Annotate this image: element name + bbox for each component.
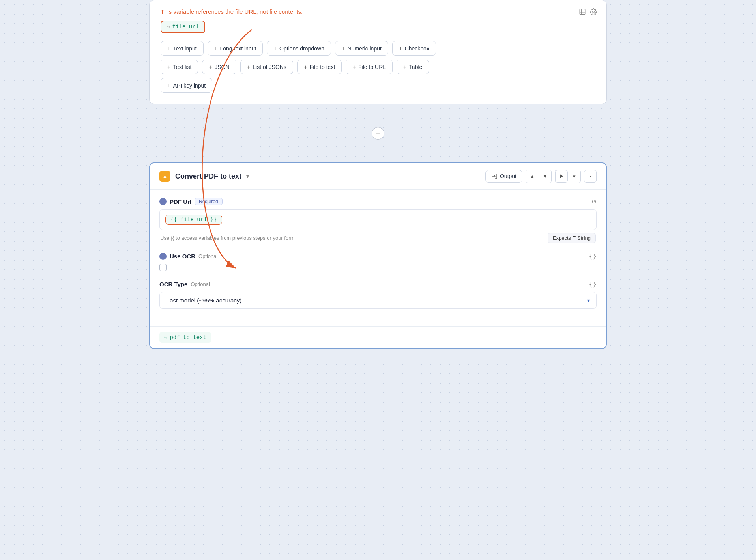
- use-ocr-field: i Use OCR Optional {}: [159, 252, 597, 271]
- ocr-type-value: Fast model (~95% accuracy): [166, 297, 241, 304]
- file-to-text-btn[interactable]: + File to text: [297, 60, 342, 74]
- plus-icon: +: [403, 63, 407, 70]
- use-ocr-label-left: i Use OCR Optional: [159, 253, 217, 260]
- text-input-btn[interactable]: + Text input: [161, 41, 204, 56]
- play-icon: [559, 174, 564, 179]
- bottom-card-body: i PDF Url Required ↺ {{ file_url }} Use …: [150, 190, 606, 326]
- add-step-button[interactable]: +: [372, 127, 384, 140]
- pdf-url-label-row: i PDF Url Required ↺: [159, 198, 597, 205]
- options-dropdown-label: Options dropdown: [279, 45, 324, 52]
- pdf-icon: [159, 171, 170, 182]
- hint-text: Use {{ to access variables from previous…: [160, 235, 294, 241]
- table-btn[interactable]: + Table: [397, 60, 429, 74]
- json-btn[interactable]: + JSON: [202, 60, 236, 74]
- ocr-type-optional: Optional: [191, 281, 210, 287]
- connector-line-bottom: [378, 140, 378, 155]
- nav-button-group: ▲ ▼: [526, 170, 552, 183]
- relative-container: This variable references the file URL, n…: [149, 0, 607, 349]
- plus-icon: +: [273, 45, 277, 52]
- output-button[interactable]: Output: [485, 170, 522, 183]
- input-buttons-row-2: + Text list + JSON + List of JSONs + Fil…: [161, 60, 595, 74]
- plus-icon: +: [214, 45, 218, 52]
- expects-badge: Expects T String: [548, 233, 596, 243]
- more-options-button[interactable]: ⋮: [584, 170, 597, 183]
- pdf-url-field: i PDF Url Required ↺ {{ file_url }} Use …: [159, 198, 597, 243]
- plus-icon: +: [209, 63, 212, 70]
- numeric-input-label: Numeric input: [348, 45, 382, 52]
- plus-icon: +: [304, 63, 307, 70]
- file-to-url-label: File to URL: [358, 64, 386, 70]
- long-text-input-btn[interactable]: + Long text input: [208, 41, 263, 56]
- expects-label: Expects: [553, 235, 571, 241]
- plus-icon: +: [399, 45, 402, 52]
- dropdown-chevron-icon: ▾: [587, 297, 590, 304]
- pdf-url-input[interactable]: {{ file_url }}: [159, 209, 597, 230]
- connector-plus-icon: +: [376, 129, 380, 138]
- ocr-type-dropdown[interactable]: Fast model (~95% accuracy) ▾: [159, 292, 597, 309]
- list-of-jsons-label: List of JSONs: [253, 64, 286, 70]
- svg-rect-0: [580, 9, 585, 15]
- run-button-group: ▾: [555, 170, 581, 183]
- header-actions: Output ▲ ▼ ▾ ⋮: [485, 170, 597, 183]
- warning-text: This variable references the file URL, n…: [161, 8, 595, 15]
- plus-icon: +: [352, 63, 356, 70]
- pdf-url-label: PDF Url: [170, 198, 191, 205]
- input-buttons-row-3: + API key input: [161, 78, 595, 93]
- top-card: This variable references the file URL, n…: [149, 0, 607, 104]
- plus-icon: +: [167, 82, 171, 89]
- card-title: Convert PDF to text: [175, 172, 241, 181]
- run-button[interactable]: [555, 170, 568, 183]
- use-ocr-info-icon[interactable]: i: [159, 253, 167, 260]
- text-list-btn[interactable]: + Text list: [161, 60, 198, 74]
- ocr-type-curly-icon[interactable]: {}: [589, 280, 597, 288]
- move-up-button[interactable]: ▲: [526, 170, 539, 183]
- input-buttons-grid: + Text input + Long text input + Options…: [161, 41, 595, 93]
- footer-variable-tag: ↪ pdf_to_text: [159, 332, 211, 343]
- input-buttons-row-1: + Text input + Long text input + Options…: [161, 41, 595, 56]
- connector: +: [149, 104, 607, 162]
- ocr-type-label-row: OCR Type Optional {}: [159, 280, 597, 288]
- table-icon[interactable]: [579, 8, 586, 15]
- json-label: JSON: [215, 64, 229, 70]
- bottom-card-header: Convert PDF to text ▾ Output ▲ ▼: [150, 163, 606, 190]
- checkbox-btn[interactable]: + Checkbox: [392, 41, 436, 56]
- options-dropdown-btn[interactable]: + Options dropdown: [267, 41, 331, 56]
- text-list-label: Text list: [173, 64, 192, 70]
- reset-icon[interactable]: ↺: [591, 198, 597, 205]
- type-icon: T: [573, 235, 576, 241]
- footer-arrow-icon: ↪: [164, 334, 167, 341]
- curly-brace-icon[interactable]: {}: [589, 252, 597, 260]
- output-icon: [491, 173, 498, 179]
- output-label: Output: [500, 173, 516, 179]
- use-ocr-optional: Optional: [198, 253, 217, 259]
- plus-icon: +: [167, 45, 171, 52]
- type-label: String: [577, 235, 591, 241]
- page-wrapper: This variable references the file URL, n…: [0, 0, 756, 560]
- file-to-text-label: File to text: [310, 64, 335, 70]
- api-key-input-btn[interactable]: + API key input: [161, 78, 212, 93]
- table-label: Table: [409, 64, 422, 70]
- required-badge: Required: [195, 198, 223, 205]
- list-of-jsons-btn[interactable]: + List of JSONs: [240, 60, 293, 74]
- use-ocr-label: Use OCR: [170, 253, 195, 259]
- file-to-url-btn[interactable]: + File to URL: [346, 60, 393, 74]
- pdf-url-info-icon[interactable]: i: [159, 198, 167, 205]
- variable-chip: {{ file_url }}: [165, 215, 222, 225]
- use-ocr-checkbox[interactable]: [159, 264, 167, 271]
- gear-icon[interactable]: [590, 8, 597, 15]
- plus-icon: +: [342, 45, 345, 52]
- top-variable-name: file_url: [172, 24, 199, 30]
- text-input-label: Text input: [173, 45, 197, 52]
- numeric-input-btn[interactable]: + Numeric input: [335, 41, 388, 56]
- long-text-input-label: Long text input: [220, 45, 256, 52]
- svg-marker-6: [560, 174, 563, 179]
- connector-line-top: [378, 111, 378, 127]
- move-down-button[interactable]: ▼: [539, 170, 551, 183]
- footer-variable-name: pdf_to_text: [170, 334, 206, 341]
- title-chevron-icon[interactable]: ▾: [246, 173, 249, 179]
- use-ocr-label-row: i Use OCR Optional {}: [159, 252, 597, 260]
- plus-icon: +: [247, 63, 251, 70]
- hint-row: Use {{ to access variables from previous…: [159, 233, 597, 243]
- run-options-button[interactable]: ▾: [568, 170, 580, 183]
- svg-point-4: [593, 11, 595, 13]
